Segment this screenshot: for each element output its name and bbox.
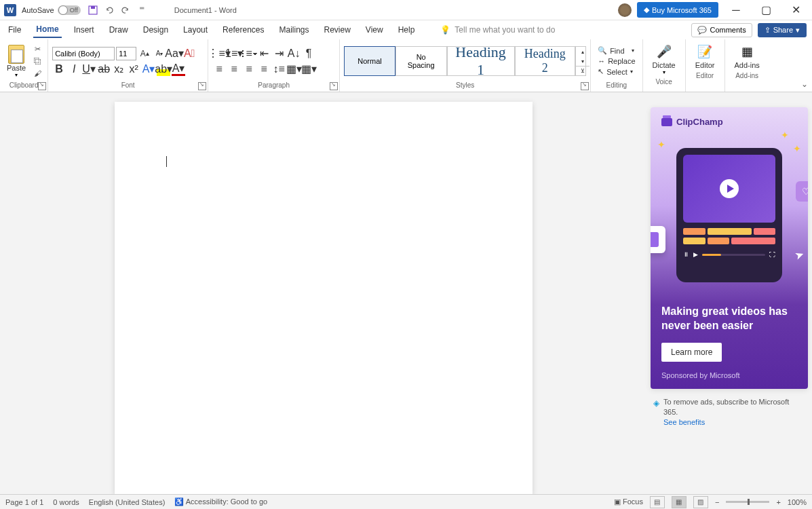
group-label-voice: Voice [647, 78, 681, 87]
tab-mailings[interactable]: Mailings [276, 22, 311, 37]
close-button[interactable]: ✕ [784, 1, 808, 20]
qat-customize-icon[interactable]: ⁼ [136, 5, 147, 16]
replace-button[interactable]: ↔Replace [595, 56, 638, 66]
accessibility-status[interactable]: ♿ Accessibility: Good to go [174, 497, 267, 506]
read-mode-icon[interactable]: ▤ [650, 496, 665, 508]
style-heading2[interactable]: Heading 2 [515, 46, 576, 76]
cursor-arrow-icon: ➤ [793, 247, 806, 262]
clipboard-launcher[interactable] [38, 82, 46, 90]
see-benefits-link[interactable]: See benefits [663, 417, 805, 428]
tab-view[interactable]: View [363, 22, 386, 37]
align-left-icon[interactable]: ≡ [212, 62, 226, 76]
styles-launcher[interactable] [581, 82, 589, 90]
zoom-out-button[interactable]: − [715, 498, 719, 506]
tab-design[interactable]: Design [140, 22, 171, 37]
line-spacing-icon[interactable]: ↕≡ [272, 62, 286, 76]
autosave-toggle[interactable]: Off [58, 5, 81, 15]
grow-font-icon[interactable]: A▴ [138, 47, 151, 60]
font-size-select[interactable] [116, 47, 136, 60]
tab-references[interactable]: References [220, 22, 267, 37]
save-icon[interactable] [88, 5, 98, 16]
tab-help[interactable]: Help [395, 22, 418, 37]
ad-headline: Making great videos has never been easie… [651, 297, 808, 333]
find-button[interactable]: 🔍Find▾ [595, 45, 638, 56]
comments-button[interactable]: 💬 Comments [691, 23, 752, 37]
document-area[interactable] [0, 92, 646, 494]
strikethrough-button[interactable]: ab [97, 62, 111, 76]
document-page[interactable] [115, 102, 533, 494]
zoom-slider[interactable] [726, 501, 769, 503]
group-font: A▴ A▾ Aa▾ A⃠ B I U▾ ab x₂ x² A▾ ab▾ A▾ [48, 39, 208, 92]
italic-button[interactable]: I [67, 62, 81, 76]
change-case-icon[interactable]: Aa▾ [168, 47, 181, 60]
redo-icon[interactable] [120, 5, 131, 16]
numbering-icon[interactable]: 1≡▾ [227, 47, 241, 60]
group-voice: 🎤 Dictate ▾ Voice [643, 39, 686, 92]
increase-indent-icon[interactable]: ⇥ [272, 47, 286, 60]
bullets-icon[interactable]: ⋮≡▾ [212, 47, 226, 60]
font-launcher[interactable] [198, 82, 206, 90]
dictate-button[interactable]: 🎤 Dictate ▾ [647, 41, 681, 78]
addins-button[interactable]: ▦ Add-ins [729, 41, 765, 72]
clipchamp-icon [661, 118, 672, 126]
decrease-indent-icon[interactable]: ⇤ [257, 47, 271, 60]
buy-microsoft-365-button[interactable]: ◆ Buy Microsoft 365 [637, 2, 718, 18]
page-indicator[interactable]: Page 1 of 1 [5, 498, 43, 506]
align-center-icon[interactable]: ≡ [227, 62, 241, 76]
text-effects-icon[interactable]: A▾ [142, 62, 155, 76]
group-paragraph: ⋮≡▾ 1≡▾ ⫶≡▾ ⇤ ⇥ A↓ ¶ ≡ ≡ ≡ ≡ ↕≡ ▦▾ ▦▾ [208, 39, 340, 92]
zoom-in-button[interactable]: + [776, 498, 780, 506]
style-heading1[interactable]: Heading 1 [447, 46, 515, 76]
sort-icon[interactable]: A↓ [287, 47, 301, 60]
minimize-button[interactable]: ─ [724, 1, 748, 20]
cut-icon[interactable]: ✂ [31, 43, 43, 54]
shading-icon[interactable]: ▦▾ [287, 62, 301, 76]
show-marks-icon[interactable]: ¶ [302, 47, 315, 60]
styles-row-down-icon[interactable]: ▾ [576, 56, 589, 66]
web-layout-icon[interactable]: ▨ [693, 496, 708, 508]
borders-icon[interactable]: ▦▾ [302, 62, 315, 76]
tab-home[interactable]: Home [33, 22, 61, 38]
clear-format-icon[interactable]: A⃠ [182, 47, 196, 60]
styles-row-up-icon[interactable]: ▴ [576, 47, 589, 56]
focus-mode-button[interactable]: ▣ Focus [614, 497, 643, 506]
maximize-button[interactable]: ▢ [754, 1, 778, 20]
font-color-icon[interactable]: A▾ [172, 62, 185, 76]
style-normal[interactable]: Normal [344, 46, 395, 76]
superscript-button[interactable]: x² [127, 62, 140, 76]
tab-draw[interactable]: Draw [107, 22, 131, 37]
select-button[interactable]: ↖Select▾ [595, 67, 638, 77]
paste-button[interactable]: Paste ▾ [4, 43, 28, 79]
underline-button[interactable]: U▾ [82, 62, 96, 76]
editor-button[interactable]: 📝 Editor [690, 41, 720, 72]
tab-insert[interactable]: Insert [71, 22, 97, 37]
align-right-icon[interactable]: ≡ [242, 62, 256, 76]
highlight-icon[interactable]: ab▾ [157, 62, 170, 76]
subscript-button[interactable]: x₂ [112, 62, 125, 76]
word-count[interactable]: 0 words [53, 498, 79, 506]
justify-icon[interactable]: ≡ [257, 62, 271, 76]
bold-button[interactable]: B [52, 62, 66, 76]
tell-me-search[interactable]: 💡 Tell me what you want to do [440, 25, 555, 35]
learn-more-button[interactable]: Learn more [661, 343, 722, 362]
microphone-icon: 🎤 [656, 43, 672, 60]
share-button[interactable]: ⇪ Share ▾ [758, 23, 807, 37]
addins-icon: ▦ [739, 43, 755, 60]
tab-file[interactable]: File [5, 22, 24, 37]
user-avatar[interactable] [618, 3, 632, 17]
format-painter-icon[interactable]: 🖌 [31, 68, 43, 79]
collapse-ribbon-icon[interactable]: ⌄ [801, 79, 808, 89]
copy-icon[interactable]: ⿻ [31, 56, 43, 67]
multilevel-icon[interactable]: ⫶≡▾ [242, 47, 256, 60]
language-indicator[interactable]: English (United States) [89, 498, 166, 506]
print-layout-icon[interactable]: ▦ [672, 496, 687, 508]
style-no-spacing[interactable]: No Spacing [395, 46, 447, 76]
shrink-font-icon[interactable]: A▾ [153, 47, 166, 60]
paragraph-launcher[interactable] [330, 82, 338, 90]
tab-layout[interactable]: Layout [180, 22, 210, 37]
font-name-select[interactable] [52, 47, 115, 60]
undo-icon[interactable] [104, 5, 115, 16]
tab-review[interactable]: Review [322, 22, 353, 37]
styles-expand-icon[interactable]: ⊻ [576, 66, 589, 75]
zoom-level[interactable]: 100% [788, 498, 807, 506]
